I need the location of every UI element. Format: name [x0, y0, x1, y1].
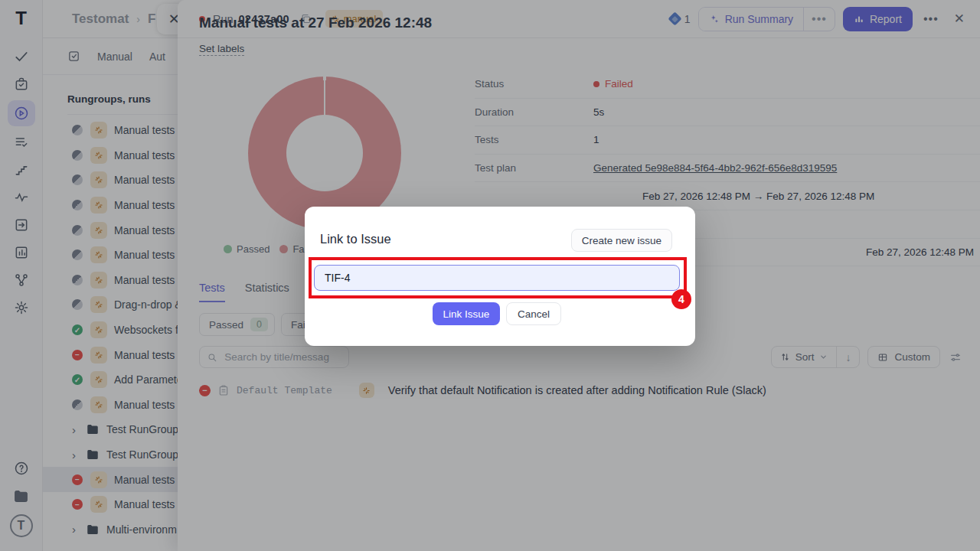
app-window: T T Testomat › F ✕ Manual Aut — [0, 0, 980, 551]
modal-title: Link to Issue — [320, 232, 391, 246]
link-issue-button[interactable]: Link Issue — [433, 302, 500, 325]
create-new-issue-button[interactable]: Create new issue — [571, 229, 672, 252]
issue-id-input[interactable] — [314, 265, 680, 291]
link-to-issue-modal: Link to Issue Create new issue Link Issu… — [305, 207, 695, 346]
cancel-button[interactable]: Cancel — [506, 302, 561, 325]
annotation-step-badge: 4 — [671, 289, 691, 309]
